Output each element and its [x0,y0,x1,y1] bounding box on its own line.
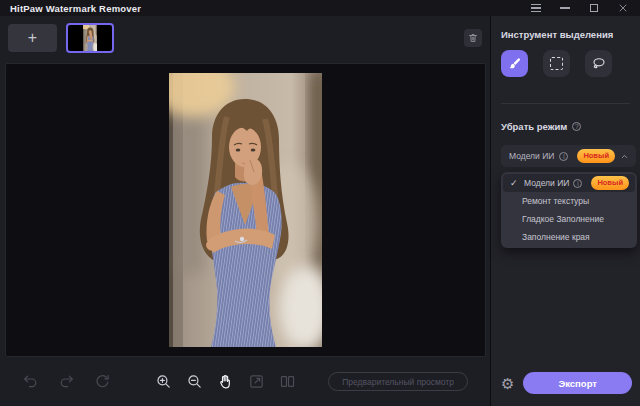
title-bar: HitPaw Watermark Remover [0,0,640,16]
selection-tools [501,50,636,77]
dropdown-item-label: Гладкое Заполнение [522,214,604,224]
zoom-out-icon[interactable] [185,373,203,391]
bottom-toolbar: Предварительный просмотр [0,357,490,406]
minimize-icon[interactable] [559,3,570,14]
fullscreen-icon[interactable] [247,373,265,391]
thumbnail-image [83,25,98,51]
zoom-in-icon[interactable] [154,373,172,391]
select-value: Модели ИИ [509,151,554,161]
brush-tool-button[interactable] [501,50,528,77]
dropdown-item-edge-fill[interactable]: Заполнение края [503,228,635,246]
maximize-icon[interactable] [588,3,599,14]
undo-icon[interactable] [21,373,39,391]
sidebar: Инструмент выделения [490,16,640,406]
new-badge: Новый [577,149,615,163]
settings-gear-icon[interactable]: ⚙ [501,376,514,391]
hand-tool-icon[interactable] [216,373,234,391]
add-image-button[interactable]: + [8,24,57,52]
image-thumbnail[interactable] [66,23,114,53]
selection-tool-title: Инструмент выделения [501,29,636,40]
sidebar-divider [501,103,630,104]
dropdown-item-ai-models[interactable]: ✓ Модели ИИ i Новый [503,174,635,192]
info-icon[interactable]: i [559,152,568,161]
close-icon[interactable] [617,3,628,14]
file-strip: + [0,16,490,60]
portrait-photo [169,73,322,347]
check-icon: ✓ [510,178,520,188]
remove-mode-title: Убрать режим [501,121,567,132]
reset-icon[interactable] [93,373,111,391]
remove-mode-dropdown: ✓ Модели ИИ i Новый Ремонт текстуры Глад… [501,172,637,248]
window-controls [530,3,630,14]
brush-icon [507,56,523,72]
dropdown-item-smooth-fill[interactable]: Гладкое Заполнение [503,210,635,228]
app-window: HitPaw Watermark Remover + [0,0,640,406]
info-icon: i [573,179,582,188]
lasso-icon [591,56,607,72]
new-badge: Новый [591,176,629,190]
delete-image-button[interactable] [464,29,482,47]
marquee-icon [550,57,563,70]
export-button[interactable]: Экспорт [523,372,632,394]
menu-icon[interactable] [530,3,541,14]
preview-button[interactable]: Предварительный просмотр [328,372,468,391]
redo-icon[interactable] [57,373,75,391]
trash-icon [467,32,479,44]
remove-mode-select[interactable]: Модели ИИ i Новый [501,145,636,167]
lasso-tool-button[interactable] [585,50,612,77]
dropdown-item-texture-repair[interactable]: Ремонт текстуры [503,192,635,210]
help-icon[interactable]: ? [572,122,581,131]
dropdown-item-label: Модели ИИ [524,178,569,188]
chevron-up-icon [620,147,629,165]
editor-area: + [0,16,490,406]
compare-icon[interactable] [278,373,296,391]
marquee-tool-button[interactable] [543,50,570,77]
dropdown-item-label: Ремонт текстуры [522,196,589,206]
app-title: HitPaw Watermark Remover [10,3,141,14]
image-canvas[interactable] [5,63,486,357]
dropdown-item-label: Заполнение края [522,232,590,242]
